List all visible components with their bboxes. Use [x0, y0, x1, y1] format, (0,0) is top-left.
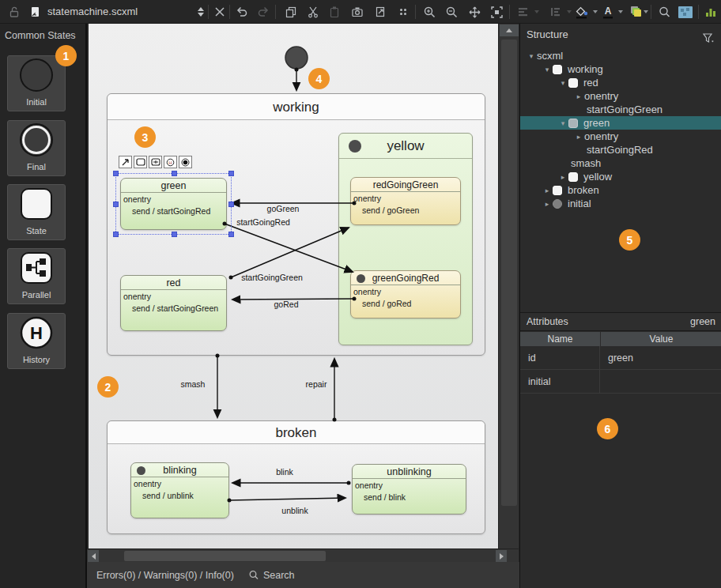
resize-handle[interactable]	[228, 171, 234, 176]
scroll-left-icon[interactable]	[88, 550, 99, 562]
canvas-horizontal-scrollbar[interactable]	[87, 548, 519, 562]
paste-icon[interactable]	[325, 2, 344, 21]
state-blinking[interactable]: blinking onentry send / unblink	[130, 462, 229, 518]
add-transition-icon[interactable]	[119, 156, 132, 168]
resize-handle[interactable]	[113, 171, 119, 176]
align-states-dropdown-icon[interactable]	[534, 10, 539, 13]
add-state-icon[interactable]	[134, 156, 147, 168]
magnet-grid-icon[interactable]	[394, 2, 413, 21]
tree-item-yellow[interactable]: ▸ yellow	[520, 170, 721, 183]
close-document-icon[interactable]	[210, 2, 229, 21]
tree-item-initial[interactable]: ▸ initial	[520, 197, 721, 210]
expander-open-icon[interactable]: ▾	[526, 52, 537, 60]
status-search[interactable]: Search	[248, 570, 295, 581]
status-messages[interactable]: Errors(0) / Warnings(0) / Info(0)	[96, 570, 234, 581]
expander-open-icon[interactable]: ▾	[557, 119, 568, 127]
expander-closed-icon[interactable]: ▸	[573, 133, 584, 141]
transition-label-repair[interactable]: repair	[306, 379, 327, 389]
attribute-value[interactable]	[600, 370, 721, 393]
selection-rectangle[interactable]	[115, 173, 232, 235]
cut-icon[interactable]	[304, 2, 323, 21]
expander-open-icon[interactable]: ▾	[557, 79, 568, 87]
column-header-name[interactable]: Name	[520, 332, 600, 346]
expander-open-icon[interactable]: ▾	[542, 66, 553, 74]
zoom-out-icon[interactable]	[442, 2, 461, 21]
initial-node[interactable]	[285, 47, 308, 69]
transition-label-unblink[interactable]: unblink	[281, 506, 308, 515]
filter-icon[interactable]	[702, 29, 715, 51]
tree-item-smash[interactable]: smash	[520, 156, 721, 170]
pan-icon[interactable]	[465, 2, 484, 21]
fit-to-view-icon[interactable]	[487, 2, 506, 21]
copy-icon[interactable]	[281, 2, 300, 21]
adjust-size-dropdown-icon[interactable]	[567, 10, 572, 13]
palette-item-state[interactable]: State	[7, 184, 66, 240]
transition-label-gored[interactable]: goRed	[274, 300, 299, 309]
navigator-icon[interactable]	[676, 2, 695, 21]
tree-item-broken[interactable]: ▸ broken	[520, 183, 721, 197]
transition-label-startgoinggreen[interactable]: startGoingGreen	[241, 273, 303, 282]
state-greengoingred[interactable]: greenGoingRed onentry send / goRed	[350, 270, 461, 318]
undo-icon[interactable]	[232, 2, 251, 21]
transition-label-blink[interactable]: blink	[276, 467, 293, 477]
resize-handle[interactable]	[228, 232, 234, 237]
fill-color-dropdown-icon[interactable]	[593, 10, 598, 13]
tree-item-green-onentry[interactable]: ▸ onentry	[520, 130, 721, 143]
attribute-value[interactable]: green	[600, 346, 721, 369]
transition-label-gogreen[interactable]: goGreen	[267, 204, 300, 213]
scroll-right-icon[interactable]	[496, 550, 507, 562]
column-header-value[interactable]: Value	[601, 332, 721, 346]
redo-icon[interactable]	[254, 2, 273, 21]
fill-color-icon[interactable]	[572, 2, 591, 21]
attributes-selected-element: green	[690, 316, 715, 327]
tree-item-red[interactable]: ▾ red	[520, 76, 721, 89]
resize-handle[interactable]	[228, 202, 234, 207]
resize-handle[interactable]	[113, 202, 119, 207]
expander-closed-icon[interactable]: ▸	[557, 173, 568, 181]
document-tab-title[interactable]: statemachine.scxml	[47, 0, 138, 24]
palette-item-history[interactable]: H History	[7, 313, 66, 369]
vertical-scroll-thumb[interactable]	[501, 40, 517, 506]
expander-closed-icon[interactable]: ▸	[542, 200, 553, 208]
palette-item-final[interactable]: Final	[7, 120, 66, 176]
tree-item-green[interactable]: ▾ green	[520, 116, 721, 130]
screenshot-icon[interactable]	[348, 2, 367, 21]
expander-closed-icon[interactable]: ▸	[542, 187, 553, 194]
expander-closed-icon[interactable]: ▸	[573, 92, 584, 100]
horizontal-scroll-thumb[interactable]	[124, 551, 326, 561]
tree-item-red-onentry[interactable]: ▸ onentry	[520, 89, 721, 103]
tree-item-startgoinggreen[interactable]: startGoingGreen	[520, 103, 721, 116]
palette-item-parallel[interactable]: Parallel	[7, 248, 66, 304]
state-redgoinggreen[interactable]: redGoingGreen onentry send / goGreen	[350, 177, 461, 225]
attribute-row-initial[interactable]: initial	[520, 370, 721, 394]
zoom-in-icon[interactable]	[420, 2, 439, 21]
tree-item-startgoingred[interactable]: startGoingRed	[520, 143, 721, 156]
tree-item-scxml[interactable]: ▾ scxml	[520, 49, 721, 62]
font-color-dropdown-icon[interactable]	[618, 10, 623, 13]
transition-label-smash[interactable]: smash	[181, 379, 206, 389]
align-states-icon[interactable]	[514, 2, 533, 21]
palette-item-initial[interactable]: Initial	[7, 55, 66, 111]
tree-item-working[interactable]: ▾ working	[520, 62, 721, 76]
search-icon[interactable]	[655, 2, 674, 21]
scroll-up-icon[interactable]	[500, 24, 519, 36]
state-red[interactable]: red onentry send / startGoingGreen	[120, 275, 227, 331]
attribute-row-id[interactable]: id green	[520, 346, 721, 370]
theme-colors-icon[interactable]	[626, 2, 645, 21]
transition-label-startgoingred[interactable]: startGoingRed	[236, 217, 290, 227]
adjust-size-icon[interactable]	[546, 2, 565, 21]
font-color-icon[interactable]: A	[598, 2, 617, 21]
lock-open-icon[interactable]	[5, 2, 24, 21]
resize-handle[interactable]	[172, 232, 177, 237]
state-unblinking[interactable]: unblinking onentry send / blink	[352, 464, 466, 514]
add-parallel-icon[interactable]	[149, 156, 162, 168]
canvas-vertical-scrollbar[interactable]	[498, 24, 519, 548]
theme-colors-dropdown-icon[interactable]	[644, 10, 648, 13]
statistics-icon[interactable]	[701, 2, 720, 21]
add-initial-icon[interactable]	[179, 156, 192, 168]
add-history-icon[interactable]: H	[164, 156, 177, 168]
resize-handle[interactable]	[113, 232, 119, 237]
diagram-canvas[interactable]: working yellow green onentry send / star…	[89, 24, 498, 548]
resize-handle[interactable]	[172, 171, 177, 176]
export-document-icon[interactable]	[371, 2, 390, 21]
